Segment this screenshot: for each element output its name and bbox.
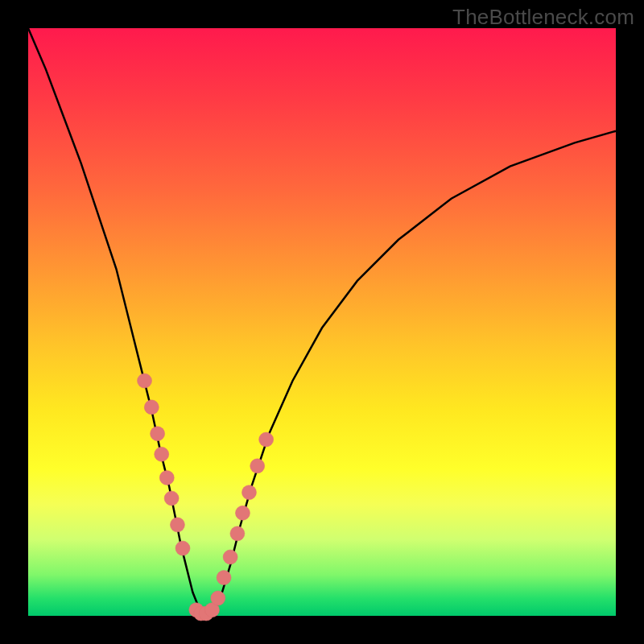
- highlight-dot: [235, 506, 250, 520]
- highlight-dot: [175, 541, 190, 555]
- highlight-dot: [159, 470, 174, 485]
- highlight-dot: [217, 571, 231, 585]
- highlight-dot: [155, 447, 169, 461]
- highlight-dot: [242, 485, 256, 500]
- chart-overlay: [28, 28, 616, 616]
- highlight-dot: [138, 374, 152, 388]
- highlight-dot: [259, 432, 274, 447]
- highlight-dot: [250, 459, 265, 473]
- highlight-dot: [223, 550, 237, 564]
- highlight-dots: [138, 374, 274, 621]
- highlight-dot: [170, 518, 184, 532]
- highlight-dot: [151, 427, 165, 441]
- highlight-dot: [144, 400, 159, 415]
- bottleneck-curve: [28, 28, 616, 613]
- watermark-text: TheBottleneck.com: [452, 5, 634, 30]
- chart-frame: TheBottleneck.com: [0, 0, 644, 644]
- highlight-dot: [230, 526, 245, 541]
- highlight-dot: [211, 591, 225, 605]
- highlight-dot: [164, 491, 179, 506]
